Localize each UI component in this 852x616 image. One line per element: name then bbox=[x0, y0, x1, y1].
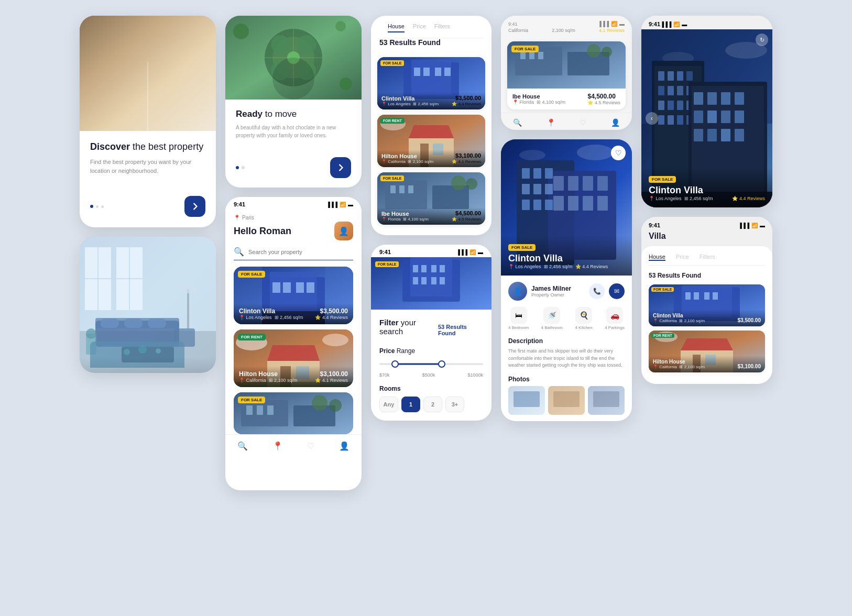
discover-description: Find the best property you want by your … bbox=[90, 158, 205, 175]
svg-rect-30 bbox=[122, 347, 174, 362]
nav2-location-icon[interactable]: 📍 bbox=[547, 118, 555, 127]
photo-thumb-1[interactable] bbox=[508, 386, 545, 415]
villa2-prop-clinton[interactable]: FOR SALE Clinton Villa 📍 California ⊞ 2,… bbox=[649, 284, 765, 326]
svg-point-98 bbox=[466, 178, 477, 190]
property-card-clinton[interactable]: FOR SALE Clinton Villa 📍 Los Angeles ⊞ 2… bbox=[234, 267, 353, 324]
proplist-status-icons: ▐▐▐ 📶 ▬ bbox=[598, 21, 625, 27]
reviews-label: 4.1 Reviews bbox=[599, 28, 625, 33]
villa2-clinton-name: Clinton Villa bbox=[653, 313, 705, 318]
villa2-signal-icon: ▐▐▐ bbox=[738, 223, 749, 228]
property-price: $3,500.00 bbox=[315, 307, 348, 315]
nav2-favorite-icon[interactable]: ♡ bbox=[580, 118, 586, 127]
card-homeapp: 9:41 ▐▐▐ 📶 ▬ 📍 Paris Hello Roman 👤 🔍 bbox=[225, 197, 362, 490]
tab-house[interactable]: House bbox=[388, 23, 405, 32]
search-row[interactable]: 🔍 bbox=[234, 247, 353, 260]
nav-profile-icon[interactable]: 👤 bbox=[339, 441, 349, 451]
nav2-profile-icon[interactable]: 👤 bbox=[611, 118, 620, 127]
nav2-search-icon[interactable]: 🔍 bbox=[513, 118, 522, 127]
svg-rect-4 bbox=[82, 52, 98, 79]
svg-rect-179 bbox=[707, 129, 717, 141]
svg-rect-81 bbox=[414, 68, 420, 76]
villa2-tab-filters[interactable]: Filters bbox=[700, 254, 715, 261]
villa2-hilton-badge: FOR RENT bbox=[651, 333, 674, 338]
badge-ibe-sale: FOR SALE bbox=[238, 397, 265, 403]
search-input[interactable] bbox=[248, 249, 353, 255]
property-card-hilton[interactable]: FOR RENT Hilton House 📍 California ⊞ 2,1… bbox=[234, 329, 353, 387]
result-card-clinton[interactable]: FOR SALE Clinton Villa 📍 Los Angeles ⊞ 2… bbox=[377, 57, 485, 109]
result-card-hilton[interactable]: FOR RENT Hilton House 📍 California ⊞ 2,1… bbox=[377, 115, 485, 167]
villa2-header-text: Villa bbox=[649, 232, 765, 241]
status-icons: ▐▐▐ 📶 ▬ bbox=[326, 202, 353, 207]
property-name-hilton: Hilton House bbox=[239, 370, 298, 378]
property-location-hilton: 📍 California ⊞ 2,100 sq/m bbox=[239, 378, 298, 383]
svg-line-15 bbox=[148, 16, 216, 131]
villa2-tab-house[interactable]: House bbox=[649, 254, 665, 261]
search-card-ibe[interactable]: FOR SALE Ibe House 📍 Florida ⊞ 4,100 sq/… bbox=[507, 41, 626, 109]
nav-search-icon[interactable]: 🔍 bbox=[237, 441, 248, 451]
room-btn-1[interactable]: 1 bbox=[401, 397, 420, 412]
result-card-ibe[interactable]: FOR SALE Ibe House 📍 Florida ⊞ 4,100 sq/… bbox=[377, 172, 485, 225]
next-button[interactable] bbox=[184, 196, 205, 217]
price-thumb-max[interactable] bbox=[438, 360, 445, 368]
filter-battery-icon: ▬ bbox=[478, 249, 483, 255]
svg-rect-154 bbox=[677, 71, 683, 81]
villa2-prop-hilton[interactable]: FOR RENT Hilton House 📍 California ⊞ 2,1… bbox=[649, 331, 765, 372]
photo-thumb-2[interactable] bbox=[548, 386, 585, 415]
svg-rect-145 bbox=[593, 391, 619, 407]
price-thumb-min[interactable] bbox=[391, 360, 399, 368]
villa-status-time: 9:41 bbox=[649, 21, 660, 27]
bottom-navigation: 🔍 📍 ♡ 👤 bbox=[225, 434, 362, 455]
bathroom-icon: 🚿 bbox=[543, 307, 560, 324]
detail-hero-overlay: FOR SALE Clinton Villa 📍 Los Angeles ⊞ 2… bbox=[501, 235, 632, 276]
rtm-description: A beautiful day with a hot choclate in a… bbox=[236, 124, 351, 139]
villa2-tab-price[interactable]: Price bbox=[676, 254, 689, 261]
nav-location-icon[interactable]: 📍 bbox=[272, 441, 283, 451]
svg-rect-6 bbox=[179, 47, 216, 131]
property-rating: ⭐ 4.4 Reviews bbox=[315, 315, 348, 320]
svg-rect-187 bbox=[694, 292, 699, 300]
nav-favorite-icon[interactable]: ♡ bbox=[307, 441, 314, 451]
photo-thumb-3[interactable] bbox=[588, 386, 625, 415]
villa2-status-bar: 9:41 ▐▐▐ 📶 ▬ bbox=[649, 222, 765, 232]
svg-rect-161 bbox=[668, 101, 674, 110]
owner-info: 👤 James Milner Property Owner bbox=[508, 282, 571, 301]
heart-tag[interactable]: ♡ bbox=[611, 146, 626, 160]
rtm-next-button[interactable] bbox=[330, 157, 351, 178]
villa2-hilton-name: Hilton House bbox=[653, 359, 705, 365]
ibe-house-scl-image: FOR SALE bbox=[507, 41, 626, 89]
svg-rect-157 bbox=[668, 86, 674, 95]
property-card-ibe-preview[interactable]: FOR SALE bbox=[234, 392, 353, 434]
svg-rect-2 bbox=[111, 37, 184, 84]
email-icon[interactable]: ✉ bbox=[609, 283, 625, 299]
phone-icon[interactable]: 📞 bbox=[589, 283, 605, 299]
badge-for-rent: FOR RENT bbox=[238, 334, 266, 340]
villa-refresh-icon[interactable]: ↻ bbox=[756, 34, 768, 46]
battery-icon: ▬ bbox=[348, 202, 353, 207]
svg-rect-84 bbox=[444, 68, 451, 76]
villa-nav-prev[interactable]: ‹ bbox=[646, 112, 658, 125]
villa-rating-stars: ⭐ 4.4 Reviews bbox=[732, 196, 765, 201]
room-btn-3plus[interactable]: 3+ bbox=[445, 397, 464, 412]
svg-rect-35 bbox=[187, 289, 189, 328]
svg-line-14 bbox=[80, 16, 148, 131]
svg-point-138 bbox=[577, 145, 614, 160]
price-range-slider[interactable] bbox=[379, 359, 483, 369]
property-price-hilton: $3,100.00 bbox=[315, 370, 348, 378]
svg-rect-172 bbox=[721, 92, 730, 105]
tab-price[interactable]: Price bbox=[413, 23, 426, 32]
svg-rect-122 bbox=[533, 168, 541, 179]
svg-rect-92 bbox=[385, 180, 427, 209]
rtm-footer bbox=[225, 157, 362, 188]
tab-filters[interactable]: Filters bbox=[434, 23, 450, 32]
rooms-label: Rooms bbox=[379, 385, 483, 392]
villa-signal-icon: ▐▐▐ bbox=[660, 21, 671, 27]
dot-2 bbox=[96, 205, 99, 208]
room-btn-any[interactable]: Any bbox=[379, 397, 398, 412]
villa2-results-count: 53 Results Found bbox=[649, 272, 765, 279]
room-btn-2[interactable]: 2 bbox=[423, 397, 442, 412]
property-location: 📍 Los Angeles ⊞ 2,456 sq/m bbox=[239, 315, 303, 320]
svg-rect-175 bbox=[707, 111, 717, 123]
villa2-prop-hilton-image: FOR RENT Hilton House 📍 California ⊞ 2,1… bbox=[649, 331, 765, 372]
svg-rect-189 bbox=[713, 292, 718, 300]
homeapp-header: 📍 Paris Hello Roman 👤 🔍 bbox=[225, 210, 362, 434]
